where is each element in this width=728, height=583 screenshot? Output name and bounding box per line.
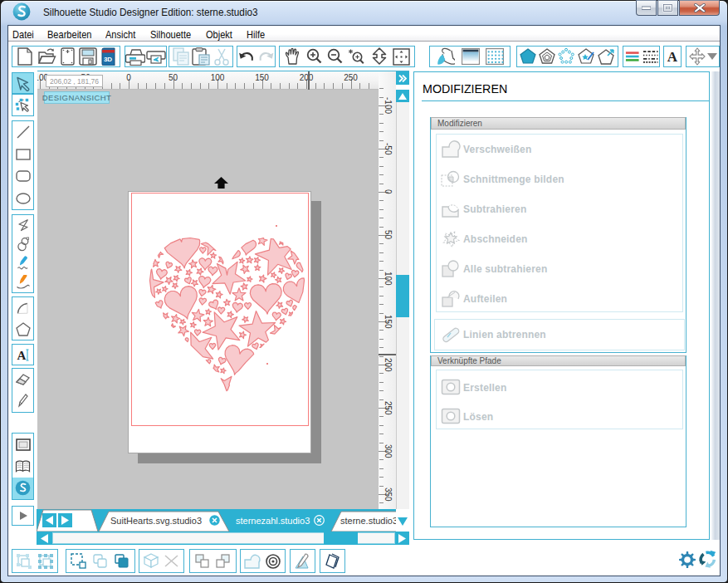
svg-text:3D: 3D (104, 56, 112, 63)
svg-text:A: A (667, 49, 678, 64)
svg-text:A: A (17, 349, 26, 362)
